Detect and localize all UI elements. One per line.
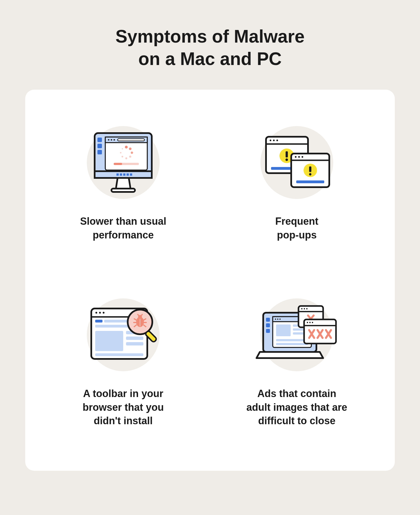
svg-rect-80 <box>276 324 291 336</box>
symptom-slow-performance: Slower than usualperformance <box>42 120 204 276</box>
svg-point-7 <box>111 139 112 140</box>
svg-point-8 <box>113 139 115 140</box>
svg-point-6 <box>108 139 109 140</box>
svg-rect-53 <box>95 331 123 351</box>
svg-point-17 <box>122 148 123 149</box>
svg-point-47 <box>95 312 97 314</box>
slow-computer-icon <box>81 120 165 205</box>
svg-point-10 <box>125 146 128 149</box>
svg-rect-74 <box>266 329 270 333</box>
svg-rect-56 <box>126 342 143 345</box>
laptop-ads-icon <box>255 293 339 377</box>
svg-point-48 <box>99 312 101 314</box>
symptom-label: Frequentpop-ups <box>275 215 318 242</box>
svg-point-49 <box>103 312 104 314</box>
svg-point-90 <box>306 308 308 310</box>
svg-point-89 <box>304 308 305 310</box>
svg-point-12 <box>131 152 133 154</box>
page-title: Symptoms of Malware on a Mac and PC <box>25 25 395 70</box>
title-line-1: Symptoms of Malware <box>115 26 305 47</box>
svg-point-31 <box>276 140 278 141</box>
symptom-label: A toolbar in yourbrowser that youdidn't … <box>83 387 164 428</box>
svg-point-95 <box>307 322 308 323</box>
svg-rect-9 <box>118 139 144 141</box>
svg-rect-85 <box>276 343 308 345</box>
svg-point-34 <box>286 159 288 161</box>
svg-point-43 <box>309 173 311 175</box>
svg-rect-22 <box>120 173 122 176</box>
svg-rect-50 <box>95 320 102 323</box>
svg-rect-57 <box>95 353 143 356</box>
svg-rect-3 <box>97 150 102 154</box>
svg-rect-21 <box>116 173 119 176</box>
svg-rect-33 <box>286 151 288 157</box>
svg-point-61 <box>139 316 141 318</box>
symptom-label: Ads that containadult images that aredif… <box>246 387 347 428</box>
svg-rect-72 <box>266 318 270 322</box>
symptoms-card: Slower than usualperformance <box>25 90 395 471</box>
svg-point-40 <box>302 156 303 158</box>
svg-point-88 <box>301 308 303 310</box>
svg-rect-42 <box>309 166 311 172</box>
svg-point-78 <box>277 319 278 320</box>
browser-toolbar-bug-icon <box>81 293 165 377</box>
svg-rect-44 <box>296 180 324 183</box>
svg-rect-55 <box>126 337 143 340</box>
symptom-unknown-toolbar: A toolbar in yourbrowser that youdidn't … <box>42 293 204 448</box>
svg-rect-2 <box>97 144 102 148</box>
svg-point-29 <box>270 140 271 141</box>
symptom-adult-ads: Ads that containadult images that aredif… <box>216 293 378 448</box>
svg-rect-1 <box>97 138 102 142</box>
svg-rect-24 <box>127 173 129 176</box>
svg-rect-19 <box>114 163 122 165</box>
svg-point-16 <box>120 152 121 153</box>
svg-rect-25 <box>130 173 132 176</box>
svg-point-15 <box>122 156 123 157</box>
svg-point-11 <box>129 147 131 150</box>
svg-point-77 <box>275 319 276 320</box>
svg-point-38 <box>295 156 297 158</box>
svg-point-39 <box>298 156 300 158</box>
svg-rect-23 <box>123 173 125 176</box>
svg-rect-84 <box>276 339 308 341</box>
svg-point-96 <box>309 322 311 323</box>
svg-rect-73 <box>266 323 270 327</box>
svg-point-30 <box>273 140 275 141</box>
symptom-frequent-popups: Frequentpop-ups <box>216 120 378 276</box>
svg-point-97 <box>312 322 313 323</box>
svg-rect-26 <box>111 189 135 192</box>
title-line-2: on a Mac and PC <box>138 49 282 69</box>
svg-point-14 <box>125 157 127 159</box>
svg-point-79 <box>279 319 281 320</box>
svg-point-13 <box>129 156 131 158</box>
symptom-label: Slower than usualperformance <box>80 215 166 242</box>
popups-icon <box>255 120 339 205</box>
